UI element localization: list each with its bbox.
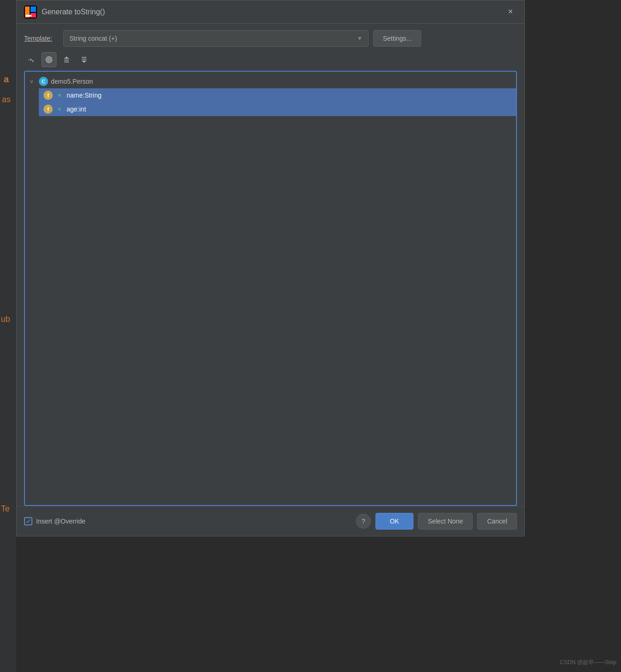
tree-children: f name:String f (25, 88, 516, 116)
svg-text:↓: ↓ (28, 58, 30, 61)
move-down-icon (80, 55, 88, 64)
ok-button[interactable]: OK (375, 513, 413, 530)
template-row: Template: String concat (+) ▼ Settings..… (24, 30, 517, 47)
dialog-title: Generate toString() (42, 8, 105, 16)
svg-marker-16 (58, 107, 61, 111)
circle-toggle-button[interactable] (42, 52, 56, 67)
watermark: CSDN @超早——Step (560, 659, 616, 666)
field-icon-name: f (43, 91, 53, 100)
toolbar-row: ↓ a z (24, 52, 517, 67)
root-label: demo5.Person (51, 78, 93, 85)
string-type-icon (55, 91, 64, 99)
ide-text-a: a (4, 74, 9, 85)
generate-tostring-dialog: Generate toString() × Template: String c… (16, 0, 525, 536)
template-value: String concat (+) (69, 35, 117, 42)
select-none-button[interactable]: Select None (418, 513, 473, 530)
template-dropdown[interactable]: String concat (+) ▼ (63, 30, 369, 47)
sort-az-icon: ↓ a z (27, 55, 36, 64)
tree-item-name[interactable]: f name:String (39, 88, 516, 102)
intellij-logo-icon (24, 6, 37, 18)
template-label-text: Template: (24, 35, 52, 42)
tree-item-age[interactable]: f age:int (39, 102, 516, 116)
svg-rect-2 (31, 6, 36, 12)
ide-text-as: as (2, 95, 11, 105)
dialog-content: Template: String concat (+) ▼ Settings..… (17, 24, 524, 506)
settings-button[interactable]: Settings... (373, 30, 421, 47)
ide-text-ub: ub (1, 314, 10, 324)
insert-override-checkbox[interactable]: ✓ (24, 517, 32, 525)
circle-icon (45, 55, 53, 64)
svg-rect-4 (26, 15, 31, 17)
tree-root: ∨ C demo5.Person f name:String (25, 74, 516, 116)
sort-az-button[interactable]: ↓ a z (24, 52, 39, 67)
footer-buttons: ? OK Select None Cancel (356, 513, 517, 530)
svg-marker-15 (58, 93, 61, 97)
svg-text:z: z (32, 59, 34, 63)
dialog-footer: ✓ Insert @Override ? OK Select None Canc… (17, 506, 524, 536)
int-type-icon (55, 105, 64, 113)
insert-override-group: ✓ Insert @Override (24, 517, 350, 525)
title-left: Generate toString() (24, 6, 105, 18)
title-bar: Generate toString() × (17, 0, 524, 24)
class-icon: C (39, 77, 48, 86)
chevron-down-icon: ▼ (357, 35, 363, 42)
tree-root-item[interactable]: ∨ C demo5.Person (25, 74, 516, 88)
insert-override-label: Insert @Override (36, 518, 86, 525)
move-up-icon (62, 55, 71, 64)
field-name-label: name:String (67, 92, 101, 99)
members-tree[interactable]: ∨ C demo5.Person f name:String (24, 71, 517, 506)
template-label: Template: (24, 35, 59, 42)
expand-icon: ∨ (30, 78, 36, 85)
checkmark-icon: ✓ (26, 518, 31, 525)
svg-point-8 (46, 56, 52, 63)
field-age-label: age:int (67, 105, 86, 113)
move-up-button[interactable] (59, 52, 74, 67)
move-down-button[interactable] (77, 52, 92, 67)
field-icon-age: f (43, 105, 53, 114)
help-button[interactable]: ? (356, 514, 371, 529)
close-button[interactable]: × (504, 6, 517, 18)
ide-text-te: Te (1, 504, 10, 514)
cancel-button[interactable]: Cancel (477, 513, 517, 530)
